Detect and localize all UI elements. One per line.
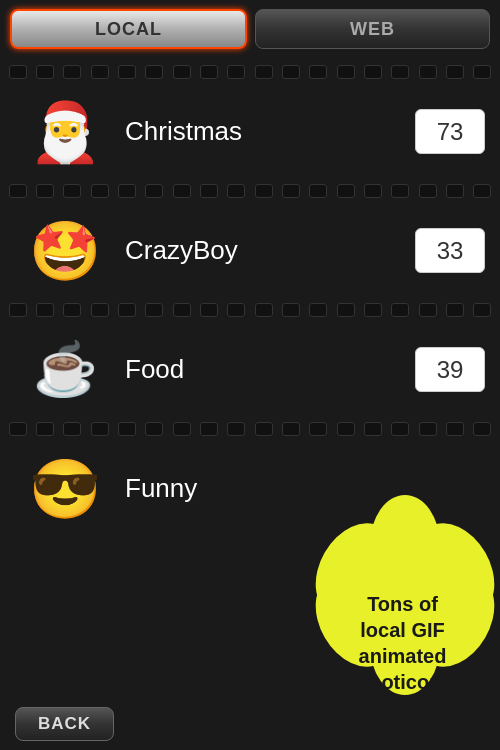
- tooltip-line2: local GIF: [360, 619, 444, 641]
- film-hole: [9, 303, 27, 317]
- filmstrip-4: [0, 415, 500, 443]
- film-hole: [391, 422, 409, 436]
- film-hole: [227, 303, 245, 317]
- film-hole: [255, 303, 273, 317]
- film-hole: [282, 303, 300, 317]
- funny-emoji: 😎: [15, 451, 115, 526]
- film-hole: [337, 65, 355, 79]
- film-hole: [91, 184, 109, 198]
- film-hole: [91, 303, 109, 317]
- film-hole: [63, 65, 81, 79]
- film-hole: [309, 303, 327, 317]
- film-hole: [282, 65, 300, 79]
- film-hole: [473, 65, 491, 79]
- tooltip-text: Tons of local GIF animated emoticons: [310, 591, 495, 695]
- film-hole: [227, 184, 245, 198]
- film-hole: [145, 422, 163, 436]
- film-hole: [63, 303, 81, 317]
- film-hole: [446, 422, 464, 436]
- film-hole: [200, 422, 218, 436]
- film-hole: [36, 65, 54, 79]
- film-hole: [200, 303, 218, 317]
- film-hole: [145, 303, 163, 317]
- film-hole: [309, 184, 327, 198]
- film-hole: [446, 65, 464, 79]
- food-count: 39: [415, 347, 485, 392]
- crazyboy-label: CrazyBoy: [115, 235, 415, 266]
- filmstrip-1: [0, 58, 500, 86]
- film-hole: [255, 65, 273, 79]
- film-hole: [364, 303, 382, 317]
- tooltip-line3: animated: [359, 645, 447, 667]
- film-hole: [227, 65, 245, 79]
- film-hole: [446, 184, 464, 198]
- film-hole: [473, 303, 491, 317]
- crazyboy-emoji: 🤩: [15, 213, 115, 288]
- web-tab-button[interactable]: WEB: [255, 9, 490, 49]
- back-button[interactable]: BACK: [15, 707, 114, 741]
- film-hole: [9, 422, 27, 436]
- film-hole: [364, 65, 382, 79]
- filmstrip-2: [0, 177, 500, 205]
- film-hole: [36, 303, 54, 317]
- food-label: Food: [115, 354, 415, 385]
- film-hole: [91, 65, 109, 79]
- film-hole: [63, 422, 81, 436]
- film-hole: [36, 422, 54, 436]
- film-hole: [91, 422, 109, 436]
- tooltip-line4: emoticons: [352, 671, 452, 693]
- film-hole: [337, 303, 355, 317]
- food-row[interactable]: ☕ Food 39: [0, 324, 500, 415]
- food-emoji: ☕: [15, 332, 115, 407]
- film-hole: [173, 422, 191, 436]
- film-hole: [391, 303, 409, 317]
- crazyboy-count: 33: [415, 228, 485, 273]
- film-hole: [473, 184, 491, 198]
- film-hole: [9, 65, 27, 79]
- film-hole: [255, 184, 273, 198]
- film-hole: [118, 422, 136, 436]
- film-hole: [364, 184, 382, 198]
- film-hole: [36, 184, 54, 198]
- crazyboy-row[interactable]: 🤩 CrazyBoy 33: [0, 205, 500, 296]
- top-navigation: LOCAL WEB: [0, 0, 500, 58]
- christmas-row[interactable]: 🎅 Christmas 73: [0, 86, 500, 177]
- christmas-label: Christmas: [115, 116, 415, 147]
- filmstrip-3: [0, 296, 500, 324]
- film-hole: [145, 65, 163, 79]
- film-hole: [391, 65, 409, 79]
- film-hole: [255, 422, 273, 436]
- film-hole: [337, 422, 355, 436]
- film-hole: [145, 184, 163, 198]
- film-hole: [118, 303, 136, 317]
- film-hole: [337, 184, 355, 198]
- film-hole: [200, 184, 218, 198]
- film-hole: [364, 422, 382, 436]
- film-hole: [419, 184, 437, 198]
- film-hole: [173, 65, 191, 79]
- film-hole: [419, 303, 437, 317]
- film-hole: [419, 65, 437, 79]
- tooltip-line1: Tons of: [367, 593, 438, 615]
- film-hole: [282, 422, 300, 436]
- film-hole: [309, 65, 327, 79]
- local-tab-button[interactable]: LOCAL: [10, 9, 247, 49]
- film-hole: [173, 184, 191, 198]
- film-hole: [118, 184, 136, 198]
- film-hole: [446, 303, 464, 317]
- film-hole: [9, 184, 27, 198]
- christmas-emoji: 🎅: [15, 94, 115, 169]
- film-hole: [173, 303, 191, 317]
- christmas-count: 73: [415, 109, 485, 154]
- film-hole: [200, 65, 218, 79]
- film-hole: [227, 422, 245, 436]
- film-hole: [309, 422, 327, 436]
- bottom-bar: BACK: [0, 698, 500, 750]
- film-hole: [391, 184, 409, 198]
- film-hole: [473, 422, 491, 436]
- film-hole: [63, 184, 81, 198]
- flower-text-overlay: Tons of local GIF animated emoticons: [310, 591, 495, 695]
- film-hole: [118, 65, 136, 79]
- film-hole: [419, 422, 437, 436]
- film-hole: [282, 184, 300, 198]
